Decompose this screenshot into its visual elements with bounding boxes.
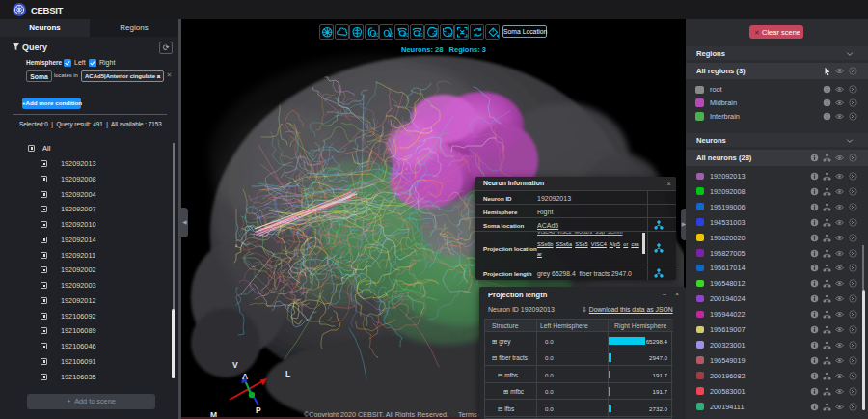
svg-text:V: V [232, 360, 238, 370]
svg-text:P: P [256, 405, 261, 415]
svg-text:90: 90 [419, 33, 423, 38]
svg-text:90: 90 [373, 33, 378, 38]
svg-text:L: L [285, 369, 290, 378]
svg-text:90: 90 [388, 33, 393, 38]
svg-text:90: 90 [403, 33, 408, 38]
svg-text:90: 90 [432, 33, 438, 38]
svg-text:90: 90 [448, 33, 453, 38]
svg-text:A: A [242, 372, 248, 381]
